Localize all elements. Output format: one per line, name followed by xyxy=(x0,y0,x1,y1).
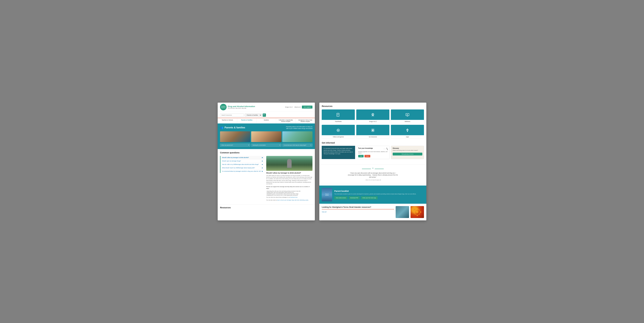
search-bar: Parents & Families 🔍 xyxy=(220,113,312,117)
main-content: Common questions Should I allow my teena… xyxy=(218,149,315,205)
resource-icon-bg xyxy=(356,125,390,135)
quote-mark: " xyxy=(372,167,374,171)
search-button[interactable]: 🔍 xyxy=(263,113,266,117)
hero-description: Parenting advice and information to help… xyxy=(286,126,312,130)
article-title: Should I allow my teenager to drink alco… xyxy=(266,172,312,174)
svg-line-20 xyxy=(374,129,374,129)
bottom-resources-title: Resources xyxy=(220,206,312,209)
nav-cald[interactable]: Culturally & Linguistically Diverse Peop… xyxy=(276,118,296,123)
article-body: The safest option for teens is to delay … xyxy=(266,175,312,185)
svg-marker-10 xyxy=(407,114,408,115)
safety-tips-link[interactable]: tips to ensure your teenager stays safe … xyxy=(278,199,308,201)
search-input[interactable] xyxy=(220,114,244,117)
header-nav-links: Drugs A to Z About us ▾ xyxy=(285,106,301,108)
aboriginal-title: Looking for Aboriginal & Torres Strait I… xyxy=(322,206,394,209)
videos-games-icon xyxy=(336,128,340,132)
resource-webinars[interactable]: Webinars xyxy=(391,109,424,123)
resource-drugs-az[interactable]: Drugs A to Z xyxy=(356,109,390,123)
resource-factsheets[interactable]: Factsheets xyxy=(322,109,355,123)
svg-point-35 xyxy=(414,209,415,210)
site-header: PositiveChoices Drug and Alcohol Informa… xyxy=(218,103,315,112)
resource-videos-games[interactable]: Videos and games xyxy=(322,125,355,139)
resource-ice[interactable]: Ice resources xyxy=(356,125,390,139)
booklet-content: Parent booklet This information booklet … xyxy=(334,190,424,199)
faq-item-3[interactable]: How do I talk to my child/teenager about… xyxy=(220,163,264,166)
nav-atsi[interactable]: Aboriginal & Torres Strait Islander Peop… xyxy=(296,118,315,123)
quote-author: – Mum of a 13 and 15 year old xyxy=(322,179,424,181)
order-hardcopy-button[interactable]: Order your free hard copy xyxy=(361,196,378,199)
svg-point-31 xyxy=(417,208,418,209)
svg-rect-0 xyxy=(337,113,339,116)
faq-list: Should I allow my teenager to drink alco… xyxy=(220,156,264,173)
fact-card-text: It's important to know the facts and dis… xyxy=(324,148,353,155)
logo-area: PositiveChoices Drug and Alcohol Informa… xyxy=(220,104,255,110)
nav-students[interactable]: Students xyxy=(256,118,276,123)
get-informed-title: Get informed xyxy=(322,142,424,144)
article-link-2: You can also read our tips to ensure you… xyxy=(266,199,312,201)
article-bold-intro: Parents can support this message and hel… xyxy=(266,186,312,189)
article-col: Should I allow my teenager to drink alco… xyxy=(266,156,312,202)
resource-apps-label: Apps xyxy=(391,135,424,139)
faq-item-2[interactable]: Should I give my teenager drugs? ▶ xyxy=(220,159,264,163)
resource-icon-bg xyxy=(356,109,390,120)
left-panel: PositiveChoices Drug and Alcohol Informa… xyxy=(218,103,315,221)
right-panel: Resources Factsheets xyxy=(319,103,426,221)
resource-apps[interactable]: Apps xyxy=(391,125,424,139)
article-image xyxy=(266,156,312,171)
quiz-description: Smoking cigarettes can cause heart disea… xyxy=(358,151,388,154)
faq-list-col: Should I allow my teenager to drink alco… xyxy=(220,156,264,202)
resource-ice-label: Ice resources xyxy=(356,135,390,139)
hero-top: 👥 Parents & families Parenting advice an… xyxy=(220,126,312,130)
svg-point-18 xyxy=(372,130,373,131)
svg-point-36 xyxy=(420,209,420,210)
webinars-icon xyxy=(405,113,410,117)
booklet-title: Parent booklet xyxy=(334,190,424,192)
dropdown-parents[interactable]: What can parents do? ▾ xyxy=(220,144,250,147)
article-list: Spending time with your teen and being a… xyxy=(266,190,312,196)
faq-item-5[interactable]: I'm concerned about my teenager's alcoho… xyxy=(220,170,264,173)
faq-item-4[interactable]: What should I teach my child/teenager ab… xyxy=(220,166,264,170)
search-filter-select[interactable]: Parents & Families xyxy=(245,113,262,117)
quote-section: " "I have very open discussions with my … xyxy=(319,164,426,183)
list-item: Maintaining open communication about alc… xyxy=(266,193,312,195)
view-glossary-button[interactable]: View glossary of terms xyxy=(393,153,422,155)
dropdown-concerned[interactable]: Concerned your child may be using drugs?… xyxy=(282,144,312,147)
svg-point-30 xyxy=(416,211,418,213)
list-item: Spending time with your teen and being a… xyxy=(266,190,312,192)
aboriginal-art-svg xyxy=(410,206,424,218)
bottom-resources: Resources xyxy=(218,204,315,211)
get-support-button[interactable]: Get support xyxy=(302,106,312,109)
hero-section: 👥 Parents & families Parenting advice an… xyxy=(218,123,315,149)
quiz-true-button[interactable]: True xyxy=(358,155,364,157)
svg-point-38 xyxy=(420,214,420,215)
site-tagline: Get informed, stay smart, stay safe xyxy=(228,107,255,109)
resource-webinars-label: Webinars xyxy=(391,120,424,123)
quiz-title: Test your knowledge xyxy=(358,147,373,149)
resource-icon-bg xyxy=(322,125,355,135)
factsheet-link[interactable]: factsheet here xyxy=(290,197,298,198)
quiz-buttons: True False xyxy=(358,155,388,157)
main-nav: Teachers & Schools Parents & Families St… xyxy=(218,118,315,123)
view-online-button[interactable]: View online version xyxy=(334,196,348,199)
faq-item-1[interactable]: Should I allow my teenager to drink alco… xyxy=(220,156,264,159)
glossary-card: Glossary Heard a term/drug name & not su… xyxy=(391,146,424,159)
nav-teachers-schools[interactable]: Teachers & Schools xyxy=(218,118,237,123)
aboriginal-view-all-link[interactable]: View all xyxy=(322,211,326,213)
booklet-description: This information booklet is part of a se… xyxy=(334,193,424,195)
svg-line-21 xyxy=(372,131,372,132)
quiz-card: Test your knowledge Smoking cigarettes c… xyxy=(356,146,390,159)
about-us-link[interactable]: About us ▾ xyxy=(294,106,301,108)
resource-videos-games-label: Videos and games xyxy=(322,135,355,139)
resource-drugs-az-label: Drugs A to Z xyxy=(356,120,390,123)
svg-point-13 xyxy=(338,130,338,131)
hero-icon: 👥 xyxy=(220,126,223,129)
quote-line-left xyxy=(362,169,371,169)
drugs-az-link[interactable]: Drugs A to Z xyxy=(285,106,293,108)
quote-line-right xyxy=(375,169,384,169)
dropdown-conversation[interactable]: Starting the conversation ▾ xyxy=(251,144,282,147)
nav-parents-families[interactable]: Parents & Families xyxy=(237,118,257,123)
site-title: Drug and Alcohol Information xyxy=(228,105,255,107)
quiz-false-button[interactable]: False xyxy=(364,155,370,157)
download-pdf-button[interactable]: Download PDF xyxy=(349,196,360,199)
resources-section: Resources Factsheets xyxy=(319,103,426,164)
